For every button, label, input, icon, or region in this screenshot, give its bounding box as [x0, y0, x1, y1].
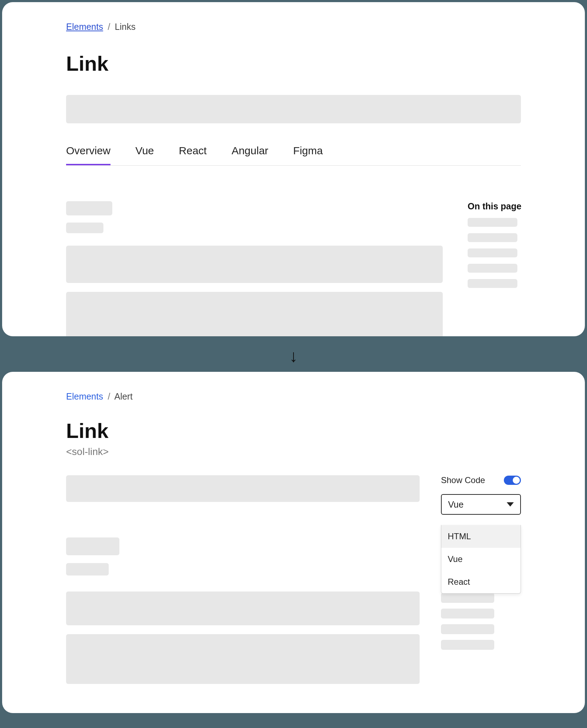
- toggle-knob: [513, 477, 520, 484]
- framework-option-react[interactable]: React: [441, 571, 521, 593]
- content-placeholder: [66, 201, 112, 215]
- hero-placeholder: [66, 475, 420, 502]
- framework-option-html[interactable]: HTML: [441, 525, 521, 548]
- framework-option-vue[interactable]: Vue: [441, 548, 521, 571]
- toc-item-placeholder: [468, 233, 517, 242]
- content-placeholder: [66, 537, 119, 555]
- tab-overview[interactable]: Overview: [66, 145, 111, 165]
- component-tag-subtitle: <sol-link>: [66, 446, 521, 457]
- transition-arrow: ↓: [2, 343, 585, 368]
- toc-item-placeholder: [441, 640, 494, 650]
- toc-item-placeholder: [441, 624, 494, 634]
- tab-react[interactable]: React: [179, 145, 206, 165]
- breadcrumb-current: Links: [115, 22, 135, 32]
- tab-angular[interactable]: Angular: [232, 145, 268, 165]
- content-placeholder: [66, 223, 103, 233]
- toc-item-placeholder: [441, 609, 494, 619]
- page-title: Link: [66, 52, 521, 75]
- content-placeholder: [66, 634, 420, 684]
- show-code-label: Show Code: [441, 475, 485, 485]
- toc-item-placeholder: [468, 264, 517, 273]
- toc-item-placeholder: [468, 279, 517, 288]
- framework-select[interactable]: Vue: [441, 494, 521, 515]
- breadcrumb: Elements / Alert: [66, 391, 521, 402]
- breadcrumb-separator: /: [108, 22, 110, 32]
- on-this-page-title: On this page: [468, 201, 521, 212]
- caret-down-icon: [507, 502, 514, 507]
- tabs: Overview Vue React Angular Figma: [66, 145, 521, 166]
- toc-item-placeholder: [441, 593, 494, 603]
- content-placeholder: [66, 592, 420, 625]
- sidebar-controls: Show Code Vue HTML Vue React: [441, 475, 521, 684]
- on-this-page-nav: On this page: [468, 201, 521, 336]
- breadcrumb-separator: /: [108, 391, 110, 401]
- arrow-down-icon: ↓: [289, 346, 298, 366]
- breadcrumb-parent-link[interactable]: Elements: [66, 391, 103, 401]
- panel-before: Elements / Links Link Overview Vue React…: [2, 2, 585, 336]
- toc-placeholder-list: [441, 593, 521, 650]
- hero-placeholder: [66, 95, 521, 123]
- toc-item-placeholder: [468, 248, 517, 257]
- tab-vue[interactable]: Vue: [135, 145, 154, 165]
- panel-after: Elements / Alert Link <sol-link> Show Co…: [2, 372, 585, 713]
- toc-item-placeholder: [468, 218, 517, 227]
- show-code-toggle[interactable]: [504, 476, 521, 485]
- page-title: Link: [66, 419, 521, 443]
- framework-select-value: Vue: [448, 499, 464, 510]
- main-content: [66, 201, 443, 336]
- show-code-row: Show Code: [441, 475, 521, 485]
- breadcrumb-parent-link[interactable]: Elements: [66, 22, 103, 32]
- content-placeholder: [66, 292, 443, 336]
- breadcrumb-current: Alert: [114, 391, 133, 401]
- content-placeholder: [66, 246, 443, 283]
- tab-figma[interactable]: Figma: [293, 145, 323, 165]
- content-placeholder: [66, 563, 109, 576]
- main-content: [66, 475, 420, 684]
- breadcrumb: Elements / Links: [66, 22, 521, 32]
- framework-select-menu: HTML Vue React: [441, 525, 521, 594]
